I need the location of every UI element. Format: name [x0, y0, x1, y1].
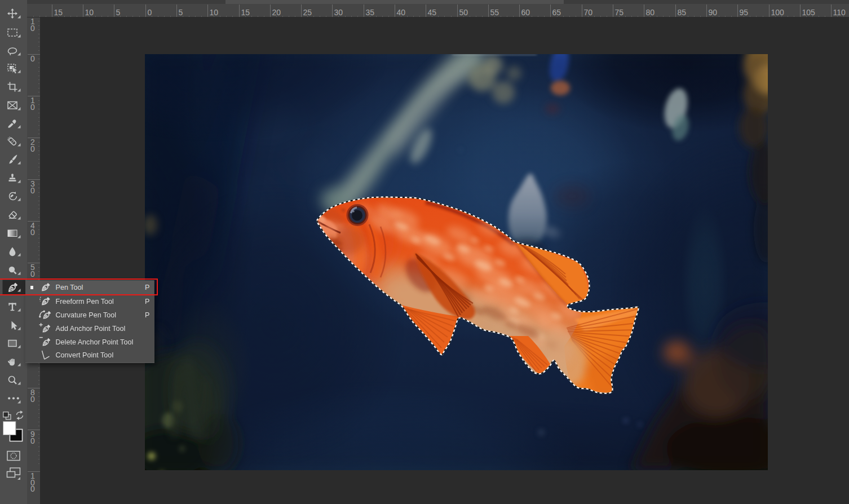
svg-text:95: 95: [740, 8, 749, 17]
svg-text:100: 100: [771, 8, 785, 17]
svg-text:0: 0: [30, 228, 35, 237]
svg-text:90: 90: [709, 8, 718, 17]
svg-text:5: 5: [179, 8, 183, 17]
svg-text:75: 75: [615, 8, 624, 17]
svg-text:10: 10: [85, 8, 94, 17]
svg-text:30: 30: [334, 8, 343, 17]
svg-text:0: 0: [30, 436, 35, 445]
svg-text:0: 0: [30, 269, 35, 278]
svg-text:35: 35: [366, 8, 375, 17]
svg-text:85: 85: [678, 8, 687, 17]
svg-text:10: 10: [210, 8, 219, 17]
svg-text:0: 0: [30, 54, 35, 63]
svg-text:65: 65: [552, 8, 561, 17]
svg-text:0: 0: [30, 144, 35, 153]
svg-text:40: 40: [397, 8, 406, 17]
svg-text:70: 70: [584, 8, 593, 17]
svg-text:0: 0: [148, 8, 152, 17]
svg-text:0: 0: [30, 24, 35, 33]
svg-text:0: 0: [30, 103, 35, 112]
svg-text:60: 60: [521, 8, 530, 17]
svg-text:110: 110: [833, 8, 846, 17]
svg-text:0: 0: [30, 186, 35, 195]
svg-text:0: 0: [30, 395, 35, 404]
svg-text:80: 80: [646, 8, 655, 17]
svg-text:5: 5: [116, 8, 121, 17]
svg-text:20: 20: [272, 8, 281, 17]
svg-text:15: 15: [241, 8, 250, 17]
svg-text:0: 0: [30, 484, 35, 493]
svg-text:25: 25: [303, 8, 312, 17]
svg-text:105: 105: [802, 8, 816, 17]
svg-text:50: 50: [459, 8, 468, 17]
svg-text:55: 55: [490, 8, 499, 17]
svg-text:45: 45: [428, 8, 437, 17]
svg-text:15: 15: [54, 8, 63, 17]
